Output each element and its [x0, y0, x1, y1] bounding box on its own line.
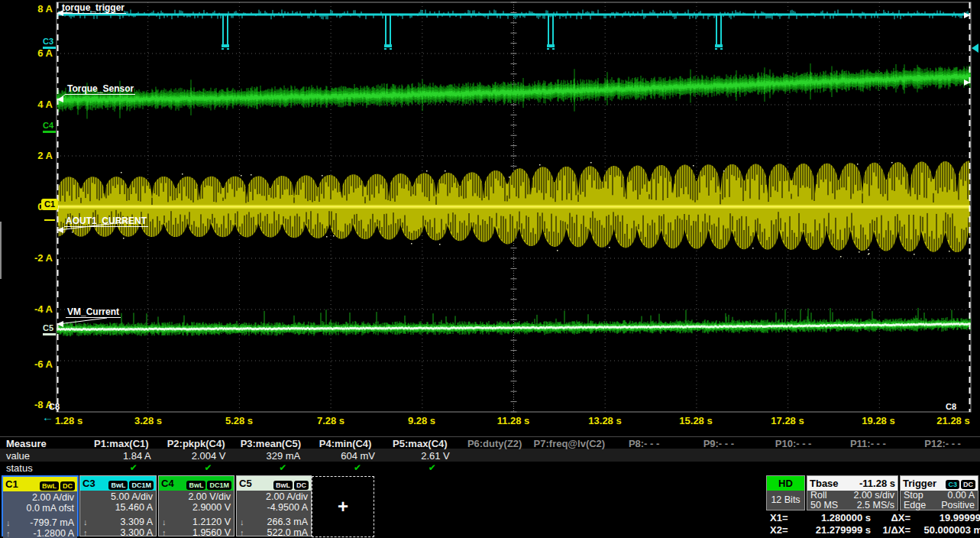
measure-value: 2.61 V [383, 450, 458, 462]
max-arrow-icon: ↑ [162, 527, 167, 538]
x1-label: X1= [770, 512, 796, 523]
channel-descriptor-c1[interactable]: C1 BwLDC 2.00 A/div 0.0 mA ofst ↓-799.7 … [2, 475, 79, 536]
trigger-slope: Positive [941, 501, 975, 510]
trace-label-torque-trigger[interactable]: torque_trigger [60, 3, 126, 14]
measure-param-p12[interactable]: P12:- - - [905, 438, 980, 449]
channel-marker-c3[interactable]: C3 [43, 37, 53, 46]
x2-value: 21.279999 s [796, 524, 871, 536]
measure-param-p7[interactable]: P7:freq@lv(C2) [532, 438, 607, 449]
measure-status-row-label: status [6, 462, 33, 474]
trigger-label: Trigger [903, 478, 936, 489]
channel-name: C1 [5, 478, 18, 490]
cursor-readout-x1: X1= 1.280000 s ΔX= 19.999999 s [770, 512, 980, 523]
y-axis-label: 6 A [0, 48, 53, 59]
y-axis-label: -2 A [0, 253, 53, 264]
trigger-position-arrow-icon: ← [42, 410, 53, 423]
cursor-marker-right[interactable]: C8 [946, 402, 956, 411]
min-arrow-icon: ↓ [83, 517, 88, 527]
measure-param-p11[interactable]: P11:- - - [831, 438, 906, 449]
add-trace-button[interactable]: + [312, 476, 374, 537]
bandwidth-limit-badge: BwL [273, 481, 293, 490]
status-check-icon: ✔ [395, 462, 470, 473]
channel-min: 3.309 A [121, 517, 153, 527]
channel-max: 1.9560 V [192, 527, 231, 538]
coupling-badge: DC1M [207, 481, 231, 490]
channel-min: 1.2120 V [192, 517, 231, 527]
dx-value: 19.999999 s [910, 512, 980, 523]
channel-marker-c4[interactable]: C4 [43, 122, 53, 130]
channel-marker-c1[interactable]: C1 [41, 199, 58, 210]
hd-label: HD [767, 476, 804, 491]
x-axis-label: 5.28 s [212, 415, 267, 426]
channel-descriptor-c5[interactable]: C5 BwLDC 2.00 A/div -4.9500 A ↓266.3 mA … [236, 475, 312, 536]
trigger-source-badge: C3 [946, 480, 959, 489]
trigger-coupling-badge: DC [961, 480, 975, 489]
channel-scale: 2.00 A/div [6, 492, 74, 503]
channel-marker-c5[interactable]: C5 [43, 324, 53, 332]
bandwidth-limit-badge: BwL [40, 481, 59, 491]
x-axis-label: 17.28 s [760, 415, 815, 426]
measure-param-p9[interactable]: P9:- - - [681, 438, 756, 449]
trigger-box[interactable]: Trigger C3DC Stop 0.00 A Edge Positive [900, 475, 978, 510]
timebase-label: Tbase [810, 478, 839, 489]
y-axis-label: 4 A [0, 99, 53, 110]
y-axis-label: -6 A [0, 359, 53, 370]
x-axis-label: 11.28 s [486, 415, 541, 426]
measure-value: 1.84 A [84, 450, 159, 462]
channel-name: C3 [82, 478, 95, 489]
measure-param-p3[interactable]: P3:mean(C5) [234, 438, 309, 449]
coupling-badge: DC [294, 481, 309, 490]
channel-min: 266.3 mA [267, 517, 308, 527]
measure-param-p5[interactable]: P5:max(C4) [383, 438, 458, 449]
max-arrow-icon: ↑ [240, 527, 244, 538]
measure-param-p4[interactable]: P4:min(C4) [308, 438, 383, 449]
channel-name: C4 [161, 478, 174, 489]
channel-marker-label: C3 [43, 37, 53, 46]
status-check-icon: ✔ [320, 462, 395, 473]
channel-descriptor-c4[interactable]: C4 BwLDC1M 2.00 V/div 2.9000 V ↓1.2120 V… [158, 475, 234, 536]
min-arrow-icon: ↓ [162, 517, 167, 527]
channel-min: -799.7 mA [30, 517, 74, 528]
trace-label-torque-sensor[interactable]: Torque_Sensor [66, 84, 135, 95]
measure-value: 329 mA [234, 450, 309, 462]
channel-scale: 5.00 A/div [83, 491, 153, 502]
separator-line [0, 436, 980, 437]
channel-descriptor-c3[interactable]: C3 BwLDC1M 5.00 A/div 15.460 A ↓3.309 A … [79, 475, 157, 536]
inv-dx-value: 50.000003 mHz [910, 524, 980, 536]
measure-param-p6[interactable]: P6:duty(Z2) [458, 438, 532, 449]
measure-param-p10[interactable]: P10:- - - [756, 438, 831, 449]
x-axis-label: 19.28 s [851, 415, 906, 426]
channel-offset: 2.9000 V [162, 502, 231, 513]
measure-value-row: 1.84 A 2.004 V 329 mA 604 mV 2.61 V [84, 450, 980, 462]
bandwidth-limit-badge: BwL [186, 481, 205, 490]
inv-dx-label: 1/ΔX= [871, 524, 910, 536]
coupling-badge: DC [60, 481, 75, 491]
hd-mode-box[interactable]: HD 12 Bits [766, 475, 805, 510]
channel-scale: 2.00 V/div [162, 491, 231, 502]
timebase-samples: 50 MS [810, 501, 838, 510]
channel-marker-tick [43, 333, 56, 335]
channel-scale: 2.00 A/div [240, 491, 308, 502]
x-axis-label: 1.28 s [55, 415, 110, 426]
trace-label-aout1-current[interactable]: AOUT1_CURRENT [64, 216, 148, 227]
oscilloscope-screen: 8 A 6 A 4 A 2 A 0 A -2 A -4 A -6 A -8 A … [0, 0, 980, 538]
trace-label-vm-current[interactable]: VM_Current [66, 307, 121, 318]
measure-param-p8[interactable]: P8:- - - [606, 438, 681, 449]
coupling-badge: DC1M [129, 481, 154, 490]
x-axis-label: 15.28 s [668, 415, 723, 426]
x-axis-label: 21.28 s [926, 415, 980, 426]
channel-offset: -4.9500 A [240, 502, 308, 513]
channel-marker-label: C4 [43, 121, 53, 130]
measure-param-p2[interactable]: P2:pkpk(C4) [159, 438, 234, 449]
waveform-display[interactable] [0, 0, 980, 429]
min-arrow-icon: ↓ [6, 517, 11, 528]
left-edge-scroll-indicator [0, 222, 2, 279]
channel-max: 522.0 mA [267, 527, 308, 538]
measure-value-row-label: value [6, 450, 30, 462]
channel-offset: 15.460 A [83, 502, 153, 513]
measure-param-p1[interactable]: P1:max(C1) [84, 438, 159, 449]
timebase-box[interactable]: Tbase -11.28 s Roll 2.00 s/div 50 MS 2.5… [807, 475, 898, 510]
bandwidth-limit-badge: BwL [108, 481, 128, 490]
channel-offset: 0.0 mA ofst [6, 503, 74, 514]
channel-name: C5 [239, 478, 252, 489]
